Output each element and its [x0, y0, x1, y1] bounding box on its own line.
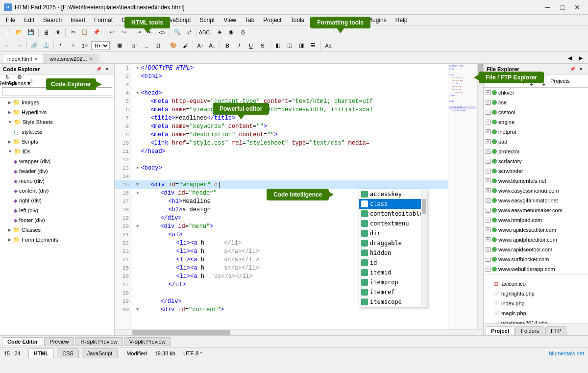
plus-icon[interactable]: + — [486, 227, 490, 232]
menu-view[interactable]: View — [220, 16, 240, 25]
color2-btn[interactable]: 🖌 — [180, 40, 191, 51]
open-btn[interactable]: 📂 — [14, 27, 24, 38]
menu-project[interactable]: Project — [259, 16, 285, 25]
strike-btn[interactable]: S — [257, 40, 268, 51]
fe-projects[interactable]: Projects — [555, 75, 565, 86]
fe-item-scrfactory[interactable]: +scrfactory — [484, 156, 588, 166]
h-scrollbar-thumb[interactable] — [132, 330, 230, 335]
ac-item-id[interactable]: id — [359, 258, 427, 268]
fe-item-easymenu[interactable]: +www.easymenumaker.com — [484, 205, 588, 215]
sort-btn[interactable]: ↕ — [26, 75, 37, 86]
plus-icon[interactable]: + — [486, 169, 490, 174]
menu-file[interactable]: File — [2, 16, 19, 25]
plus-icon[interactable]: + — [486, 139, 490, 144]
save-btn[interactable]: 💾 — [25, 27, 36, 38]
align-right-btn[interactable]: ◨ — [296, 40, 307, 51]
tree-id-header[interactable]: ◆ header (div) — [0, 166, 114, 176]
ac-item-contenteditable[interactable]: contenteditable — [359, 209, 427, 219]
titlebar-controls[interactable]: ─ □ ✕ — [541, 2, 584, 12]
panel-close-btn[interactable]: ✕ — [103, 65, 111, 73]
tree-id-wrapper[interactable]: ◆ wrapper (div) — [0, 156, 114, 166]
menu-format[interactable]: Format — [90, 16, 117, 25]
fe-item-highlights[interactable]: 📄highlights.php — [484, 289, 588, 298]
btab-v-split[interactable]: V-Split Preview — [124, 337, 171, 346]
heading-combo[interactable]: H• — [91, 41, 110, 50]
space-btn[interactable]: ⎵ — [141, 40, 152, 51]
plus-icon[interactable]: + — [486, 129, 490, 134]
fe-tab-folders[interactable]: Folders — [515, 326, 544, 335]
ac-item-draggable[interactable]: draggable — [359, 238, 427, 248]
plus-icon[interactable]: + — [486, 188, 490, 193]
tab-whatsnew[interactable]: whatsnew202... ✕ — [44, 54, 98, 63]
ac-item-contextmenu[interactable]: contextmenu — [359, 219, 427, 228]
tree-id-footer[interactable]: ◆ footer (div) — [0, 215, 114, 225]
extra3-btn[interactable]: {} — [238, 27, 248, 38]
list-btn[interactable]: ≡ — [68, 40, 78, 51]
find-btn[interactable]: 🔍 — [172, 27, 183, 38]
btab-preview[interactable]: Preview — [44, 337, 74, 346]
back-btn[interactable]: ← — [2, 40, 13, 51]
fe-item-rapidcss[interactable]: +www.rapidcsseditor.com — [484, 225, 588, 235]
align-justify-btn[interactable]: ☰ — [308, 40, 318, 51]
ac-item-itemid[interactable]: itemid — [359, 268, 427, 277]
fe-item-rapidseo[interactable]: +www.rapidseotool.com — [484, 245, 588, 254]
plus-icon[interactable]: + — [486, 247, 490, 252]
autocomplete-popup[interactable]: accesskey class contenteditable contextm… — [359, 189, 427, 307]
menu-tab[interactable]: Tab — [241, 16, 258, 25]
print-btn[interactable]: 🖨 — [41, 27, 51, 38]
cut-btn[interactable]: ✂ — [68, 27, 78, 38]
bold-btn[interactable]: B — [222, 40, 233, 51]
fontsize-up-btn[interactable]: A↑ — [195, 40, 206, 51]
extra2-btn[interactable]: ◉ — [226, 27, 237, 38]
btab-code-editor[interactable]: Code Editor — [2, 337, 43, 346]
ac-item-itemref[interactable]: itemref — [359, 287, 427, 297]
fe-item-webuilder[interactable]: +www.webuilderapp.com — [484, 264, 588, 274]
link-btn[interactable]: 🔗 — [29, 40, 40, 51]
maximize-button[interactable]: □ — [556, 2, 569, 12]
undo-btn[interactable]: ↩ — [106, 27, 117, 38]
fe-tab-ftp[interactable]: FTP — [545, 326, 566, 335]
plus-icon[interactable]: + — [486, 110, 490, 115]
status-html[interactable]: HTML — [28, 348, 54, 358]
fe-item-surfblocker[interactable]: +www.surfblocker.com — [484, 254, 588, 264]
ac-item-class[interactable]: class — [359, 199, 427, 209]
plus-icon[interactable]: + — [486, 257, 490, 262]
close-button[interactable]: ✕ — [570, 2, 584, 12]
tree-folder-scripts[interactable]: ▶ 📁 Scripts — [0, 137, 114, 147]
fe-item-rapidphp[interactable]: +www.rapidphpeditor.com — [484, 235, 588, 245]
plus-icon[interactable]: + — [486, 178, 490, 183]
ac-item-itemprop[interactable]: itemprop — [359, 277, 427, 287]
italic-btn[interactable]: I — [234, 40, 245, 51]
replace-btn[interactable]: ⇄ — [184, 27, 195, 38]
tree-folder-classes[interactable]: ▶ 📁 Classes — [0, 225, 114, 235]
spell-btn[interactable]: ABC — [199, 27, 210, 38]
tree-folder-hyperlinks[interactable]: ▶ 📁 Hyperlinks — [0, 107, 114, 117]
new-btn[interactable]: 📄 — [2, 27, 13, 38]
options-btn[interactable]: ⚙ Options▼ — [14, 75, 25, 86]
extra1-btn[interactable]: ◈ — [214, 27, 225, 38]
ac-item-accesskey[interactable]: accesskey — [359, 189, 427, 199]
tab-index-html[interactable]: index.html ✕ — [2, 54, 43, 63]
fe-item-easygif[interactable]: +www.easygifanimator.net — [484, 196, 588, 205]
plus-icon[interactable]: + — [486, 100, 490, 105]
h-scrollbar-track[interactable] — [132, 330, 483, 335]
tree-id-content[interactable]: ◆ content (div) — [0, 186, 114, 196]
copy-btn[interactable]: 📋 — [79, 27, 90, 38]
menu-help[interactable]: Help — [392, 16, 412, 25]
ac-item-itemscope[interactable]: itemscope — [359, 297, 427, 307]
fe-item-chkver[interactable]: +chkver — [484, 88, 588, 98]
plus-icon[interactable]: + — [486, 267, 490, 272]
menu-insert[interactable]: Insert — [67, 16, 89, 25]
tree-folder-ids[interactable]: ▼ 📁 IDs — [0, 147, 114, 156]
fe-item-csstool[interactable]: +csstool — [484, 107, 588, 117]
text-size-btn[interactable]: Aa — [323, 40, 334, 51]
tree-folder-stylesheets[interactable]: ▼ 📁 Style Sheets — [0, 117, 114, 127]
tab-next-btn[interactable]: ▶ — [575, 52, 586, 63]
tab-close2-icon[interactable]: ✕ — [89, 56, 93, 62]
paste-btn[interactable]: 📌 — [91, 27, 102, 38]
fe-item-indexphp[interactable]: 📄index.php — [484, 298, 588, 308]
menu-tools[interactable]: Tools — [287, 16, 308, 25]
table-btn[interactable]: ▦ — [114, 40, 125, 51]
ac-item-dir[interactable]: dir — [359, 228, 427, 238]
fe-item-pad[interactable]: +pad — [484, 137, 588, 147]
